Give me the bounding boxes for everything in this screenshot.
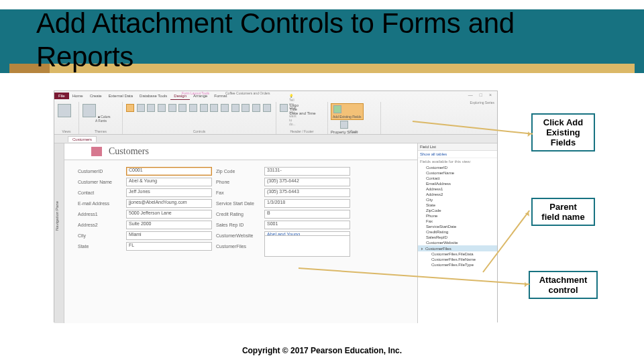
form-header-icon xyxy=(91,147,102,156)
control-combo-icon[interactable] xyxy=(178,104,186,112)
callout-text: Click Add xyxy=(543,117,583,127)
tab-database-tools[interactable]: Database Tools xyxy=(136,93,170,99)
field-fax[interactable]: (305) 375-6443 xyxy=(264,188,350,197)
fonts-item[interactable]: A Fonts xyxy=(95,119,107,123)
field-state[interactable]: FL xyxy=(126,242,212,251)
access-screenshot: Form Layout Tools Coffee Customers and O… xyxy=(54,90,498,322)
field-customerfiles-attachment[interactable] xyxy=(264,235,350,257)
callout-text: Existing xyxy=(546,127,580,137)
label-servicestart: Service Start Date xyxy=(212,201,264,206)
tab-format[interactable]: Format xyxy=(211,93,230,99)
label-customername: Customer Name xyxy=(78,180,126,184)
field-salesrep[interactable]: S001 xyxy=(264,221,350,229)
callout-attachment-control: Attachment control xyxy=(529,271,598,299)
field-item[interactable]: City xyxy=(418,197,497,202)
field-item[interactable]: CustomerWebsite xyxy=(418,240,497,245)
field-item[interactable]: Address1 xyxy=(418,186,497,192)
add-existing-fields-button[interactable]: Add Existing Fields xyxy=(331,103,364,120)
callout-parent-field-name: Parent field name xyxy=(531,198,595,226)
group-label-themes: Themes xyxy=(79,129,122,133)
hf-date[interactable]: Date and Time xyxy=(290,111,316,115)
field-contact[interactable]: Jeff Jones xyxy=(126,188,212,197)
field-item-child[interactable]: CustomerFiles.FileName xyxy=(418,257,497,262)
window-controls[interactable]: — □ × xyxy=(468,93,494,97)
field-item[interactable]: CustomerID xyxy=(418,165,497,170)
field-item[interactable]: ZipCode xyxy=(418,208,497,213)
field-address1[interactable]: 5000 Jefferson Lane xyxy=(126,210,212,219)
control-tab-icon[interactable] xyxy=(158,104,166,112)
form-tab-customers[interactable]: Customers xyxy=(68,136,97,142)
tab-design[interactable]: Design xyxy=(170,93,190,100)
tab-arrange[interactable]: Arrange xyxy=(190,93,211,99)
control-textbox-icon[interactable] xyxy=(126,104,134,112)
label-fax: Fax xyxy=(212,190,264,195)
field-list-caption: Fields available for this view: xyxy=(418,158,497,165)
field-item[interactable]: Contact xyxy=(418,176,497,181)
control-check-icon[interactable] xyxy=(200,104,208,112)
field-zip[interactable]: 33131- xyxy=(264,167,350,176)
control-rect-icon[interactable] xyxy=(263,104,271,112)
ribbon: Form Layout Tools Coffee Customers and O… xyxy=(54,91,497,135)
tab-home[interactable]: Home xyxy=(69,93,87,99)
field-list-show-all[interactable]: Show all tables xyxy=(418,151,497,158)
field-item[interactable]: Fax xyxy=(418,219,497,224)
field-item-child[interactable]: CustomerFiles.FileData xyxy=(418,251,497,257)
control-label-icon[interactable] xyxy=(137,104,145,112)
control-line-icon[interactable] xyxy=(252,104,260,112)
group-themes: ■ Colors A Fonts Themes xyxy=(79,102,123,134)
form-header: Customers xyxy=(64,143,417,160)
field-email[interactable]: jjones@AbelAndYoung.com xyxy=(126,199,212,208)
field-creditrating[interactable]: B xyxy=(264,210,350,219)
callout-text: Fields xyxy=(551,137,576,147)
group-label-tools: Tools xyxy=(328,129,380,133)
callout-text: Attachment xyxy=(539,275,588,285)
field-item[interactable]: State xyxy=(418,202,497,208)
control-button-icon[interactable] xyxy=(147,104,155,112)
add-existing-fields-icon xyxy=(333,105,341,113)
field-item[interactable]: CustomerName xyxy=(418,170,497,176)
field-item[interactable]: SalesRepID xyxy=(418,235,497,240)
themes-icon[interactable] xyxy=(83,104,96,117)
title-line-1: Add Attachment Controls to Forms and xyxy=(36,7,515,39)
field-item[interactable]: ServiceStartDate xyxy=(418,224,497,229)
navigation-pane-label: Navigation Pane xyxy=(55,201,59,231)
group-label-hf: Header / Footer xyxy=(276,129,327,133)
ribbon-tabs: File Home Create External Data Database … xyxy=(54,91,230,101)
file-tab[interactable]: File xyxy=(54,93,69,99)
property-sheet-icon xyxy=(340,121,348,129)
group-views: Views xyxy=(54,102,79,134)
field-servicestart[interactable]: 1/3/2018 xyxy=(264,199,350,208)
control-attach-icon[interactable] xyxy=(210,104,218,112)
field-item[interactable]: Address2 xyxy=(418,192,497,197)
insert-image-icon[interactable] xyxy=(280,104,288,112)
control-image-icon[interactable] xyxy=(221,104,229,112)
tab-external-data[interactable]: External Data xyxy=(105,93,136,99)
field-customername[interactable]: Abel & Young xyxy=(126,178,212,186)
field-item[interactable]: Phone xyxy=(418,213,497,219)
navigation-pane-collapsed[interactable]: Navigation Pane xyxy=(54,143,64,323)
copyright-footer: Copyright © 2017 Pearson Education, Inc. xyxy=(0,346,644,355)
field-phone[interactable]: (305) 375-6442 xyxy=(264,178,350,186)
callout-text: control xyxy=(548,285,578,295)
field-item-customerfiles-parent[interactable]: CustomerFiles xyxy=(418,245,497,251)
control-subform-icon[interactable] xyxy=(231,104,239,112)
control-list-icon[interactable] xyxy=(189,104,197,112)
label-contact: Contact xyxy=(78,190,126,195)
field-item[interactable]: EmailAddress xyxy=(418,181,497,186)
label-state: State xyxy=(78,244,126,249)
field-address2[interactable]: Suite 2000 xyxy=(126,221,212,229)
control-link-icon[interactable] xyxy=(168,104,176,112)
control-chart-icon[interactable] xyxy=(241,104,250,112)
label-city: City xyxy=(78,233,126,238)
field-item[interactable]: CreditRating xyxy=(418,229,497,235)
view-button-icon[interactable] xyxy=(58,104,71,117)
group-label-views: Views xyxy=(54,129,78,133)
form-header-title: Customers xyxy=(109,146,149,157)
label-creditrating: Credit Rating xyxy=(212,212,264,217)
tab-create[interactable]: Create xyxy=(87,93,105,99)
field-customerid[interactable]: C0001 xyxy=(126,167,212,176)
form-design-surface: Customers CustomerIDC0001Zip Code33131- … xyxy=(64,143,417,323)
field-city[interactable]: Miami xyxy=(126,231,212,240)
slide-title: Add Attachment Controls to Forms and Rep… xyxy=(36,7,515,74)
group-header-footer: Logo Title Date and Time Header / Footer xyxy=(276,102,328,134)
